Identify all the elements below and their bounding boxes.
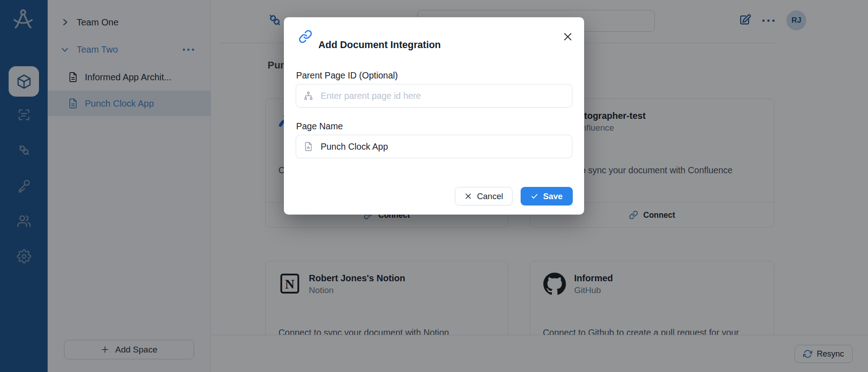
save-label: Save [543,191,562,201]
link-icon [298,29,312,44]
parent-page-id-input[interactable] [320,90,565,102]
page-name-input[interactable] [320,141,565,152]
parent-page-id-label: Parent Page ID (Optional) [296,70,398,81]
file-chart-icon [303,142,313,152]
parent-page-id-field [296,84,572,108]
close-icon[interactable] [562,31,573,42]
check-icon [531,192,538,200]
hierarchy-icon [303,91,313,101]
add-document-integration-modal: Add Document Integration Parent Page ID … [284,17,584,215]
cancel-label: Cancel [477,191,503,201]
x-icon [464,192,472,200]
page-name-label: Page Name [296,121,343,132]
page-name-field [296,135,572,158]
cancel-button[interactable]: Cancel [455,187,512,206]
save-button[interactable]: Save [521,187,573,206]
modal-title: Add Document Integration [318,39,441,51]
